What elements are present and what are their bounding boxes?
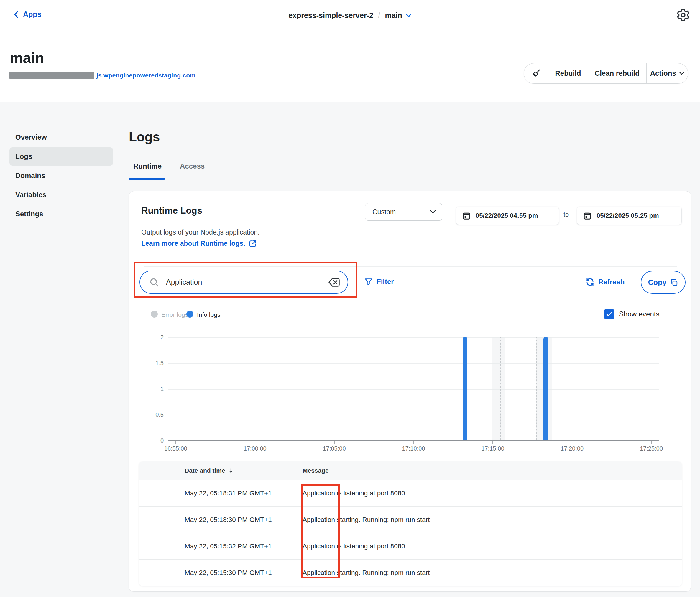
divider — [144, 297, 677, 297]
column-header-message: Message — [302, 467, 329, 474]
copy-label: Copy — [648, 278, 667, 287]
column-header-message-label: Message — [302, 467, 329, 474]
y-axis-label: 0 — [147, 437, 164, 444]
divider — [144, 266, 677, 267]
panel-title: Runtime Logs — [141, 205, 202, 216]
calendar-icon — [583, 211, 592, 220]
broom-icon — [531, 68, 541, 78]
date-range-to-label: to — [564, 211, 569, 218]
x-axis-tick — [255, 441, 255, 444]
chevron-down-icon — [430, 210, 436, 214]
runtime-logs-chart: 00.511.5216:55:0017:00:0017:05:0017:10:0… — [168, 337, 659, 441]
breadcrumb-env-name: main — [385, 11, 402, 20]
environment-switcher[interactable]: main — [385, 11, 411, 20]
broom-button[interactable] — [524, 63, 548, 83]
filter-label: Filter — [377, 278, 394, 286]
event-band — [501, 337, 504, 440]
log-datetime-cell: May 22, 05:15:32 PM GMT+1 — [139, 543, 302, 550]
tab-runtime[interactable]: Runtime — [133, 162, 161, 170]
gear-icon — [676, 8, 690, 22]
search-input[interactable] — [166, 278, 321, 286]
breadcrumb: express-simple-server-2 / main — [0, 0, 700, 31]
sidebar-item-variables[interactable]: Variables — [9, 186, 113, 204]
log-message-cell: Application is listening at port 8080 — [302, 489, 405, 497]
x-axis-tick — [572, 441, 572, 444]
date-to-value: 05/22/2025 05:25 pm — [597, 212, 659, 219]
learn-more-link[interactable]: Learn more about Runtime logs. — [141, 239, 257, 248]
chevron-down-icon — [406, 14, 411, 18]
sidebar-item-overview[interactable]: Overview — [9, 128, 113, 147]
error-logs-legend-label[interactable]: Error logs — [161, 311, 188, 318]
x-axis-label: 17:20:00 — [551, 445, 593, 452]
x-axis-label: 17:00:00 — [234, 445, 276, 452]
date-range-preset-select[interactable]: Custom — [365, 203, 442, 221]
top-bar: Apps express-simple-server-2 / main — [0, 0, 700, 31]
log-message-cell: Application starting. Running: npm run s… — [302, 516, 430, 524]
show-events-label: Show events — [619, 310, 659, 318]
info-logs-legend-dot[interactable] — [186, 311, 194, 318]
y-axis-label: 2 — [147, 334, 164, 341]
refresh-button[interactable]: Refresh — [585, 277, 625, 287]
filter-button[interactable]: Filter — [364, 277, 394, 286]
y-axis-label: 1 — [147, 385, 164, 392]
show-events-checkbox[interactable] — [604, 309, 615, 319]
info-logs-legend-label[interactable]: Info logs — [197, 311, 220, 318]
copy-logs-button[interactable]: Copy — [641, 271, 685, 294]
event-band — [492, 337, 501, 440]
chart-gridline — [168, 415, 659, 415]
section-title: Logs — [129, 130, 160, 145]
column-header-date[interactable]: Date and time — [139, 467, 302, 474]
show-events-toggle[interactable]: Show events — [604, 309, 659, 319]
environment-url-link[interactable]: .js.wpenginepoweredstaging.com — [9, 72, 196, 80]
logs-tabs: Runtime Access — [133, 162, 205, 170]
error-logs-legend-dot[interactable] — [151, 311, 158, 318]
funnel-icon — [364, 277, 373, 286]
settings-gear-button[interactable] — [676, 8, 690, 22]
tab-access[interactable]: Access — [180, 162, 205, 170]
sort-descending-icon — [228, 467, 234, 474]
calendar-icon — [462, 211, 471, 220]
x-axis-tick — [334, 441, 335, 444]
clear-search-button[interactable] — [328, 277, 341, 288]
x-axis-tick — [493, 441, 493, 444]
date-from-picker[interactable]: 05/22/2025 04:55 pm — [456, 207, 559, 225]
sidebar-item-logs[interactable]: Logs — [9, 147, 113, 165]
sidebar-item-domains[interactable]: Domains — [9, 166, 113, 185]
external-link-icon — [249, 239, 257, 248]
y-axis-label: 0.5 — [147, 411, 164, 418]
active-tab-indicator — [129, 178, 165, 180]
log-datetime-cell: May 22, 05:15:30 PM GMT+1 — [139, 569, 302, 577]
actions-menu-button[interactable]: Actions — [646, 63, 688, 83]
chart-gridline — [168, 337, 659, 338]
y-axis-label: 1.5 — [147, 360, 164, 366]
date-from-value: 05/22/2025 04:55 pm — [476, 212, 538, 219]
x-axis-label: 17:25:00 — [631, 445, 672, 452]
range-preset-value: Custom — [372, 208, 396, 216]
table-row: May 22, 05:18:31 PM GMT+1Application is … — [139, 480, 682, 506]
checkmark-icon — [605, 310, 613, 318]
breadcrumb-separator: / — [378, 11, 380, 20]
breadcrumb-app-name[interactable]: express-simple-server-2 — [289, 11, 373, 20]
x-axis-tick — [175, 441, 176, 444]
table-row: May 22, 05:18:30 PM GMT+1Application sta… — [139, 506, 682, 533]
log-bar — [462, 337, 467, 440]
rebuild-button[interactable]: Rebuild — [548, 63, 588, 83]
x-axis-label: 16:55:00 — [155, 445, 196, 452]
date-to-picker[interactable]: 05/22/2025 05:25 pm — [577, 207, 682, 225]
table-row: May 22, 05:15:32 PM GMT+1Application is … — [139, 533, 682, 559]
x-axis-tick — [414, 441, 414, 444]
copy-icon — [670, 278, 678, 286]
sidebar-item-settings[interactable]: Settings — [9, 205, 113, 223]
backspace-icon — [328, 277, 341, 288]
log-message-cell: Application starting. Running: npm run s… — [302, 569, 430, 577]
search-icon — [149, 277, 159, 288]
environment-url-text: .js.wpenginepoweredstaging.com — [95, 72, 196, 79]
environment-actions-group: Rebuild Clean rebuild Actions — [524, 63, 688, 84]
log-message-cell: Application is listening at port 8080 — [302, 543, 405, 550]
redaction-overlay — [9, 72, 94, 79]
log-search-box — [140, 270, 348, 294]
clean-rebuild-button[interactable]: Clean rebuild — [588, 63, 646, 83]
log-table-header: Date and time Message — [139, 462, 682, 480]
refresh-label: Refresh — [598, 278, 625, 286]
refresh-icon — [585, 277, 595, 287]
